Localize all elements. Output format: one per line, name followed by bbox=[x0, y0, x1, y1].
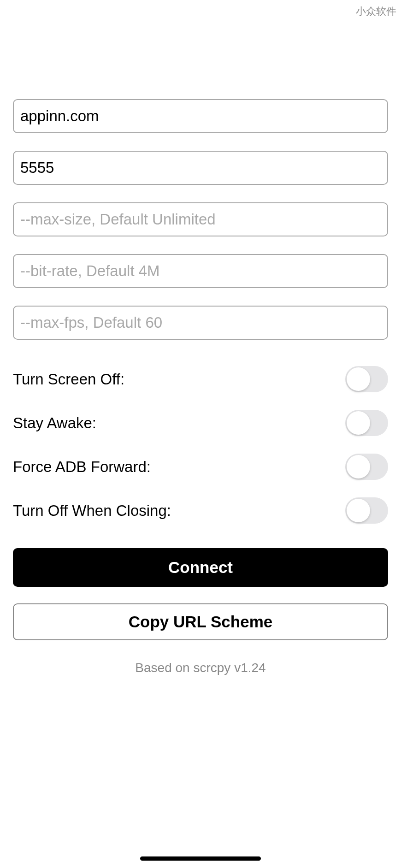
stay-awake-row: Stay Awake: bbox=[13, 401, 388, 445]
stay-awake-toggle[interactable] bbox=[345, 410, 388, 436]
turn-off-when-closing-toggle[interactable] bbox=[345, 497, 388, 524]
force-adb-forward-label: Force ADB Forward: bbox=[13, 458, 151, 476]
toggle-knob bbox=[347, 499, 370, 522]
toggle-knob bbox=[347, 455, 370, 478]
buttons-section: Connect Copy URL Scheme bbox=[13, 548, 388, 640]
turn-screen-off-toggle[interactable] bbox=[345, 366, 388, 392]
force-adb-forward-row: Force ADB Forward: bbox=[13, 445, 388, 489]
max-size-input[interactable] bbox=[13, 202, 388, 236]
copy-url-scheme-button[interactable]: Copy URL Scheme bbox=[13, 603, 388, 640]
max-fps-input[interactable] bbox=[13, 306, 388, 340]
stay-awake-label: Stay Awake: bbox=[13, 414, 96, 432]
home-indicator[interactable] bbox=[140, 856, 261, 861]
connect-button[interactable]: Connect bbox=[13, 548, 388, 587]
toggle-knob bbox=[347, 411, 370, 435]
turn-off-when-closing-row: Turn Off When Closing: bbox=[13, 489, 388, 532]
main-container: Turn Screen Off: Stay Awake: Force ADB F… bbox=[0, 0, 401, 675]
turn-off-when-closing-label: Turn Off When Closing: bbox=[13, 502, 171, 520]
watermark-text: 小众软件 bbox=[356, 5, 396, 18]
toggle-knob bbox=[347, 367, 370, 391]
footer-text: Based on scrcpy v1.24 bbox=[13, 661, 388, 675]
port-input[interactable] bbox=[13, 151, 388, 185]
bit-rate-input[interactable] bbox=[13, 254, 388, 288]
turn-screen-off-label: Turn Screen Off: bbox=[13, 371, 124, 388]
force-adb-forward-toggle[interactable] bbox=[345, 454, 388, 480]
host-input[interactable] bbox=[13, 99, 388, 133]
turn-screen-off-row: Turn Screen Off: bbox=[13, 357, 388, 401]
